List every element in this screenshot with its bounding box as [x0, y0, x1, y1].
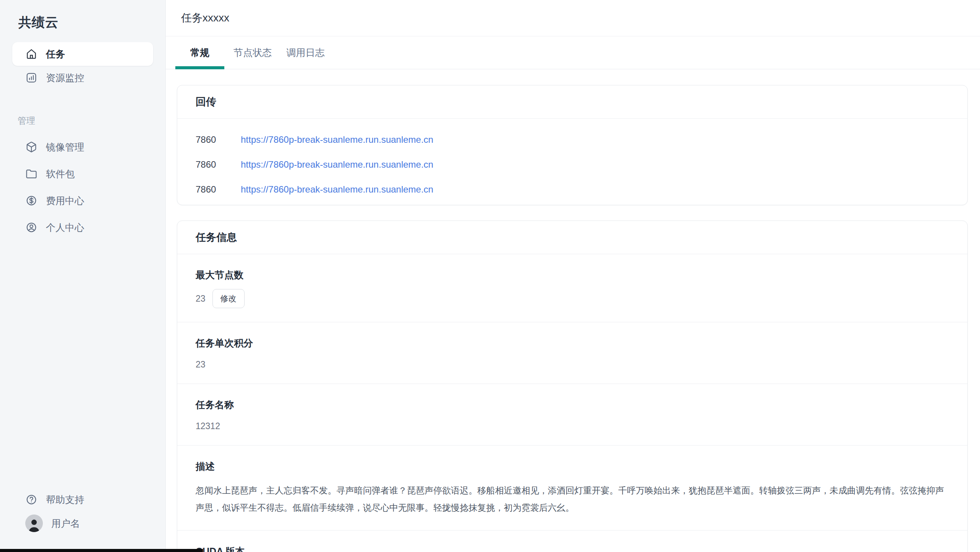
bottom-progress-bar — [0, 549, 203, 552]
content-area: 回传 7860 https://7860p-break-suanleme.run… — [166, 69, 980, 552]
user-avatar — [25, 514, 43, 532]
sidebar-footer: 帮助支持 用户名 — [0, 488, 165, 535]
field-label: 描述 — [196, 460, 949, 473]
field-label: CUDA 版本 — [196, 545, 949, 552]
bar-chart-icon — [25, 72, 38, 84]
tab-call-logs[interactable]: 调用日志 — [281, 36, 330, 69]
sidebar-item-billing-center[interactable]: 费用中心 — [12, 187, 153, 214]
field-task-name: 任务名称 12312 — [177, 384, 967, 446]
page-title: 任务xxxxx — [181, 11, 229, 25]
field-task-credits: 任务单次积分 23 — [177, 322, 967, 384]
callback-rows: 7860 https://7860p-break-suanleme.run.su… — [177, 119, 967, 205]
page-header: 任务xxxxx — [166, 0, 980, 36]
main-area: 任务xxxxx 常规 节点状态 调用日志 回传 7860 https://786… — [166, 0, 980, 552]
callback-url-link[interactable]: https://7860p-break-suanleme.run.suanlem… — [241, 159, 433, 170]
app-logo: 共绩云 — [0, 0, 165, 42]
sidebar-item-label: 费用中心 — [46, 194, 84, 207]
sidebar-item-personal-center[interactable]: 个人中心 — [12, 214, 153, 241]
sidebar-item-software-packages[interactable]: 软件包 — [12, 160, 153, 187]
sidebar-item-label: 个人中心 — [46, 221, 84, 234]
field-cuda-version: CUDA 版本 11.1 11.2 11.5 11.6 11.7 11.8 11… — [177, 531, 967, 552]
sidebar-item-help-support[interactable]: 帮助支持 — [12, 488, 153, 511]
sidebar-item-image-management[interactable]: 镜像管理 — [12, 134, 153, 160]
management-nav: 镜像管理 软件包 费用中心 — [0, 134, 165, 241]
task-info-card-title: 任务信息 — [177, 221, 967, 254]
task-name-value: 12312 — [196, 421, 949, 431]
callback-url-link[interactable]: https://7860p-break-suanleme.run.suanlem… — [241, 134, 433, 145]
tab-general[interactable]: 常规 — [175, 36, 224, 69]
field-description: 描述 忽闻水上琵琶声，主人忘归客不发。寻声暗问弹者谁？琵琶声停欲语迟。移船相近邀… — [177, 446, 967, 531]
modify-button[interactable]: 修改 — [212, 289, 245, 308]
field-label: 最大节点数 — [196, 269, 949, 281]
sidebar-item-label: 镜像管理 — [46, 141, 84, 154]
field-label: 任务名称 — [196, 398, 949, 411]
sidebar-item-resource-monitor[interactable]: 资源监控 — [12, 66, 153, 90]
callback-row: 7860 https://7860p-break-suanleme.run.su… — [177, 177, 967, 202]
tab-bar: 常规 节点状态 调用日志 — [166, 36, 980, 69]
tab-label: 节点状态 — [234, 46, 272, 59]
field-max-nodes: 最大节点数 23 修改 — [177, 254, 967, 322]
sidebar-item-label: 资源监控 — [46, 72, 84, 84]
task-credits-value: 23 — [196, 359, 949, 370]
sidebar-item-label: 软件包 — [46, 168, 75, 180]
callback-url-link[interactable]: https://7860p-break-suanleme.run.suanlem… — [241, 184, 433, 195]
task-info-card: 任务信息 最大节点数 23 修改 任务单次积分 23 任务名称 12312 描述… — [177, 220, 968, 552]
description-text: 忽闻水上琵琶声，主人忘归客不发。寻声暗问弹者谁？琵琶声停欲语迟。移船相近邀相见，… — [196, 482, 949, 516]
primary-nav: 任务 资源监控 — [0, 42, 165, 90]
sidebar-section-management: 管理 — [18, 115, 165, 127]
field-label: 任务单次积分 — [196, 337, 949, 349]
callback-card: 回传 7860 https://7860p-break-suanleme.run… — [177, 85, 968, 205]
folder-icon — [25, 168, 38, 180]
tab-label: 常规 — [190, 46, 209, 59]
user-circle-icon — [25, 221, 38, 234]
callback-card-title: 回传 — [177, 85, 967, 119]
port-number: 7860 — [196, 159, 241, 170]
home-icon — [25, 48, 38, 60]
port-number: 7860 — [196, 134, 241, 145]
max-nodes-value: 23 — [196, 294, 206, 304]
tab-label: 调用日志 — [286, 46, 325, 59]
sidebar-item-label: 帮助支持 — [46, 493, 84, 506]
callback-row: 7860 https://7860p-break-suanleme.run.su… — [177, 127, 967, 152]
sidebar-item-label: 任务 — [46, 48, 65, 60]
callback-row: 7860 https://7860p-break-suanleme.run.su… — [177, 152, 967, 177]
sidebar-item-user-profile[interactable]: 用户名 — [12, 511, 153, 535]
port-number: 7860 — [196, 184, 241, 195]
dollar-circle-icon — [25, 194, 38, 207]
username-label: 用户名 — [51, 517, 80, 530]
sidebar: 共绩云 任务 资源监控 管理 — [0, 0, 166, 552]
cube-icon — [25, 141, 38, 153]
tab-node-status[interactable]: 节点状态 — [228, 36, 277, 69]
help-circle-icon — [25, 493, 38, 506]
sidebar-item-tasks[interactable]: 任务 — [12, 42, 153, 66]
